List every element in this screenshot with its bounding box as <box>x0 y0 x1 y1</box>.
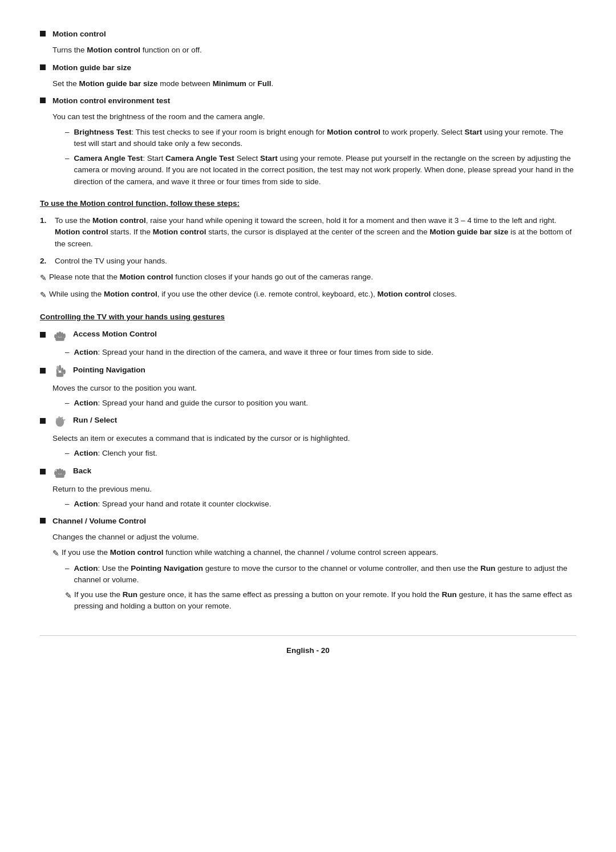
page-footer: English - 20 <box>40 635 576 656</box>
dash-channel: – <box>65 563 70 574</box>
pointing-hand-icon <box>52 364 71 379</box>
bullet-access <box>40 332 46 338</box>
bullet-run <box>40 418 46 424</box>
motion-env-test-desc: You can test the brightness of the room … <box>40 111 576 123</box>
channel-volume-desc: Changes the channel or adjust the volume… <box>40 532 576 543</box>
pointing-hand-svg <box>52 364 67 379</box>
channel-note-icon-1: ✎ <box>52 547 59 559</box>
back-section: Back <box>40 465 576 480</box>
brightness-test-item: – Brightness Test: This test checks to s… <box>40 127 576 150</box>
channel-action-item: – Action: Use the Pointing Navigation ge… <box>40 563 576 586</box>
brightness-test-text: Brightness Test: This test checks to see… <box>74 127 576 150</box>
channel-action-text: Action: Use the Pointing Navigation gest… <box>74 563 576 586</box>
bullet-back <box>40 469 46 474</box>
pointing-navigation-section: Pointing Navigation <box>40 364 576 379</box>
dash-access: – <box>65 347 70 358</box>
back-action-text: Action: Spread your hand and rotate it c… <box>74 498 271 510</box>
run-hand-svg <box>52 415 67 429</box>
motion-env-test-section: Motion control environment test <box>40 95 576 107</box>
camera-angle-test-item: – Camera Angle Test: Start Camera Angle … <box>40 153 576 188</box>
motion-env-test-title: Motion control environment test <box>52 95 170 107</box>
dash-2: – <box>65 153 70 164</box>
pointing-action-text: Action: Spread your hand and guide the c… <box>74 397 309 409</box>
pointing-navigation-title: Pointing Navigation <box>73 364 145 376</box>
channel-sub-note: ✎ If you use the Run gesture once, it ha… <box>40 589 576 612</box>
channel-volume-title: Channel / Volume Control <box>52 516 146 527</box>
step-2-number: 2. <box>40 255 50 267</box>
svg-rect-5 <box>55 338 64 341</box>
camera-angle-test-text: Camera Angle Test: Start Camera Angle Te… <box>74 153 576 188</box>
svg-point-7 <box>61 367 63 372</box>
back-title: Back <box>73 465 91 477</box>
dash-1: – <box>65 127 70 138</box>
svg-point-14 <box>56 469 59 474</box>
svg-rect-10 <box>56 372 63 376</box>
bullet-square-2 <box>40 64 46 70</box>
follow-steps-heading: To use the Motion control function, foll… <box>40 198 576 209</box>
channel-sub-note-text: If you use the Run gesture once, it has … <box>74 589 576 612</box>
run-select-section: Run / Select <box>40 415 576 429</box>
svg-point-13 <box>61 469 63 474</box>
pointing-action-item: – Action: Spread your hand and guide the… <box>40 397 576 409</box>
run-desc: Selects an item or executes a command th… <box>40 433 576 444</box>
motion-control-title: Motion control <box>52 29 106 40</box>
bullet-pointing <box>40 368 46 374</box>
footer-text: English - 20 <box>286 646 330 655</box>
svg-point-1 <box>61 332 63 338</box>
back-hand-icon <box>52 465 71 480</box>
note-2: ✎ While using the Motion control, if you… <box>40 289 576 301</box>
note-2-text: While using the Motion control, if you u… <box>49 289 457 300</box>
bullet-square <box>40 31 46 36</box>
bullet-channel <box>40 518 46 524</box>
back-action-item: – Action: Spread your hand and rotate it… <box>40 498 576 510</box>
svg-point-2 <box>56 332 59 338</box>
access-motion-control-title: Access Motion Control <box>73 328 157 340</box>
note-icon-1: ✎ <box>40 272 47 284</box>
motion-guide-bar-title: Motion guide bar size <box>52 62 131 74</box>
channel-note-1: ✎ If you use the Motion control function… <box>40 547 576 559</box>
dash-run: – <box>65 448 70 459</box>
run-action-text: Action: Clench your fist. <box>74 448 157 459</box>
access-hand-icon <box>52 328 71 343</box>
step-2-text: Control the TV using your hands. <box>55 255 167 267</box>
motion-guide-bar-section: Motion guide bar size <box>40 62 576 74</box>
step-2: 2. Control the TV using your hands. <box>40 255 576 267</box>
access-hand-svg <box>52 328 67 343</box>
content-area: Motion control Turns the Motion control … <box>40 29 576 656</box>
bullet-square-3 <box>40 98 46 103</box>
run-action-item: – Action: Clench your fist. <box>40 448 576 459</box>
pointing-desc: Moves the cursor to the position you wan… <box>40 383 576 394</box>
channel-sub-note-icon: ✎ <box>65 590 72 602</box>
access-action-text: Action: Spread your hand in the directio… <box>74 347 433 358</box>
note-1-text: Please note that the Motion control func… <box>49 271 373 283</box>
svg-point-9 <box>63 369 66 374</box>
step-1: 1. To use the Motion control, raise your… <box>40 215 576 250</box>
run-hand-icon <box>52 415 71 429</box>
dash-pointing: – <box>65 397 70 409</box>
step-1-text: To use the Motion control, raise your ha… <box>55 215 576 250</box>
back-hand-svg <box>52 465 67 480</box>
channel-volume-section: Channel / Volume Control <box>40 516 576 527</box>
step-1-number: 1. <box>40 215 50 226</box>
access-action-item: – Action: Spread your hand in the direct… <box>40 347 576 358</box>
note-icon-2: ✎ <box>40 289 47 301</box>
gestures-heading: Controlling the TV with your hands using… <box>40 311 576 323</box>
run-select-title: Run / Select <box>73 415 117 426</box>
note-1: ✎ Please note that the Motion control fu… <box>40 271 576 284</box>
motion-guide-bar-desc: Set the Motion guide bar size mode betwe… <box>40 78 576 90</box>
back-desc: Return to the previous menu. <box>40 484 576 495</box>
access-motion-control-section: Access Motion Control <box>40 328 576 343</box>
motion-control-desc: Turns the Motion control function on or … <box>40 44 576 56</box>
dash-back: – <box>65 498 70 510</box>
svg-rect-17 <box>55 474 64 477</box>
motion-control-section: Motion control <box>40 29 576 40</box>
channel-note-1-text: If you use the Motion control function w… <box>62 547 438 558</box>
